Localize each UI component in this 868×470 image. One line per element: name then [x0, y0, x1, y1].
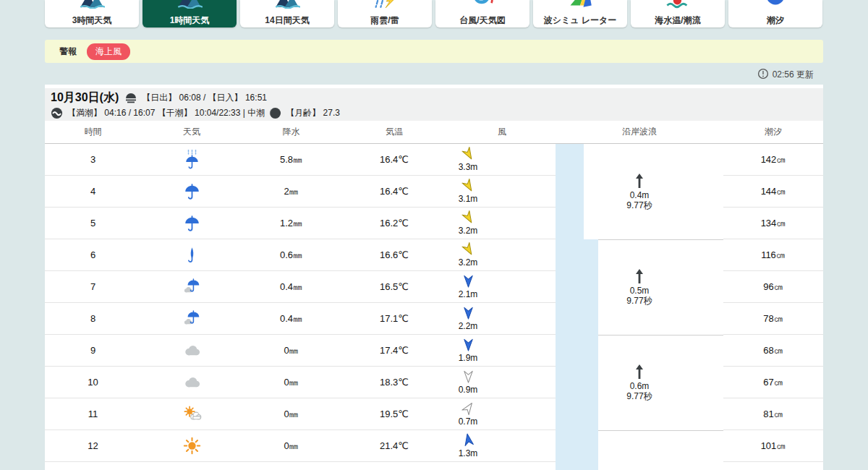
moon-age-text: 【月齢】 27.3	[286, 107, 340, 119]
updated-time: 02:56 更新	[773, 69, 814, 81]
wind-cell: 2.2m	[448, 303, 556, 335]
tide-value: 116㎝	[723, 239, 823, 271]
alert-badge-kaijoufuu[interactable]: 海上風	[87, 43, 130, 60]
tab-label: 1時間天気	[142, 16, 237, 25]
wave-group-content: 0.6m9.77秒	[556, 335, 723, 430]
wind-speed-value: 3.3m	[459, 162, 478, 172]
wind-direction-icon	[461, 338, 475, 354]
hour-value: 8	[45, 303, 141, 335]
wind-direction-icon	[461, 433, 475, 449]
hour-value: 5	[45, 208, 141, 239]
wind-block: 1.3m	[451, 433, 485, 458]
tide-wave-icon	[51, 107, 63, 119]
weather-cell	[141, 398, 242, 430]
tide-value: 134㎝	[723, 208, 823, 239]
precipitation-value: 0㎜	[242, 367, 340, 398]
tab-4[interactable]: 雨雲/雷	[338, 0, 432, 27]
rain-cloud-icon	[182, 309, 202, 328]
wind-cell: 3.2m	[448, 239, 556, 271]
tab-label: 3時間天気	[45, 16, 139, 25]
wave-group: 0.5m9.77秒	[556, 239, 723, 336]
column-header: 時間	[45, 126, 141, 138]
wind-block: 3.2m	[451, 242, 485, 268]
forecast-panel: 10月30日(水) 【日出】 06:08 / 【日入】 16:51 【満潮】 0…	[45, 85, 823, 470]
wind-block: 2.1m	[451, 274, 485, 299]
wave-height-value: 0.4m	[630, 190, 650, 200]
column-header: 潮汐	[723, 126, 823, 138]
info-icon	[757, 68, 769, 82]
tab-7[interactable]: 海水温/潮流	[631, 0, 725, 27]
tab-3[interactable]: 14日間天気	[240, 0, 334, 27]
table-header: 時間天気降水気温風沿岸波浪潮汐	[45, 121, 823, 144]
wind-direction-icon	[461, 210, 475, 226]
weather-cell	[141, 239, 242, 271]
tab-5[interactable]: 台風/天気図	[435, 0, 529, 27]
tab-label: 雨雲/雷	[338, 16, 432, 25]
temperature-value: 16.4℃	[340, 144, 448, 176]
wind-block: 3.3m	[451, 147, 485, 172]
date-header: 10月30日(水) 【日出】 06:08 / 【日入】 16:51 【満潮】 0…	[45, 88, 823, 121]
wind-block: 3.1m	[451, 179, 485, 204]
wind-cell: 1.3m	[448, 430, 556, 462]
tab-label: 潮汐	[728, 16, 822, 25]
wind-cell: 0.7m	[448, 398, 556, 430]
rain-icon	[182, 213, 202, 233]
hour-value: 3	[45, 144, 141, 176]
wind-block: 2.2m	[451, 306, 485, 331]
wind-speed-value: 3.2m	[459, 226, 478, 236]
tab-label: 海水温/潮流	[631, 16, 725, 25]
precipitation-value: 0㎜	[242, 430, 340, 462]
wind-direction-icon	[461, 369, 475, 385]
wind-speed-value: 2.2m	[459, 321, 478, 331]
alert-bar: 警報 海上風	[45, 40, 823, 63]
column-header: 風	[448, 126, 556, 138]
partly-sunny-icon	[182, 404, 202, 424]
column-header: 気温	[340, 126, 448, 138]
wind-block: 1.9m	[451, 338, 485, 363]
tab-label: 14日間天気	[240, 16, 334, 25]
rain-cloud-icon	[182, 277, 202, 296]
wave-group: 0.6m9.77秒	[556, 335, 723, 431]
wave-height-value: 0.6m	[630, 381, 650, 391]
sunrise-icon	[124, 92, 137, 104]
weather-cell	[141, 303, 242, 335]
mountain-logo-icon	[79, 0, 105, 9]
wave-group-content	[556, 430, 723, 470]
precipitation-value: 0㎜	[242, 335, 340, 367]
wind-speed-value: 1.3m	[459, 448, 478, 458]
tab-1[interactable]: 3時間天気	[45, 0, 139, 27]
date-line-2: 【満潮】 04:16 / 16:07 【干潮】 10:04/22:33 | 中潮…	[51, 107, 823, 119]
precipitation-value: 0.4㎜	[242, 303, 340, 335]
precipitation-value: 0.4㎜	[242, 271, 340, 303]
wind-direction-icon	[461, 147, 475, 163]
tab-6[interactable]: 波シミュ レーター	[533, 0, 627, 27]
cloudy-icon	[182, 341, 202, 360]
wave-period-value: 9.77秒	[626, 296, 652, 306]
hour-value: 9	[45, 335, 141, 367]
sunny-icon	[182, 436, 202, 456]
wind-speed-value: 3.2m	[459, 257, 478, 268]
precipitation-value: 1.2㎜	[242, 208, 340, 239]
weather-cell	[141, 430, 242, 462]
hour-value: 10	[45, 367, 141, 398]
column-header: 天気	[141, 126, 242, 138]
column-header: 沿岸波浪	[556, 126, 723, 138]
weather-cell	[141, 144, 242, 176]
tide-ball-icon	[762, 0, 788, 9]
wave-group-content: 0.5m9.77秒	[556, 239, 723, 335]
temperature-value: 16.4℃	[340, 176, 448, 208]
tab-8[interactable]: 潮汐	[728, 0, 822, 27]
hour-value: 12	[45, 430, 141, 462]
wind-block: 0.7m	[451, 401, 485, 427]
precipitation-value: 2㎜	[242, 176, 340, 208]
tab-2[interactable]: 1時間天気	[142, 0, 237, 27]
rain-icon	[182, 181, 202, 201]
wave-period-value: 9.77秒	[626, 391, 652, 401]
wind-cell: 1.9m	[448, 335, 556, 367]
precipitation-value: 0.6㎜	[242, 239, 340, 271]
temperature-value	[340, 462, 448, 470]
temperature-value: 17.4℃	[340, 335, 448, 367]
date-line-1: 10月30日(水) 【日出】 06:08 / 【日入】 16:51	[51, 90, 823, 106]
tab-bar: 3時間天気1時間天気14日間天気雨雲/雷台風/天気図波シミュ レーター海水温/潮…	[45, 0, 823, 27]
wind-cell: 3.2m	[448, 208, 556, 239]
